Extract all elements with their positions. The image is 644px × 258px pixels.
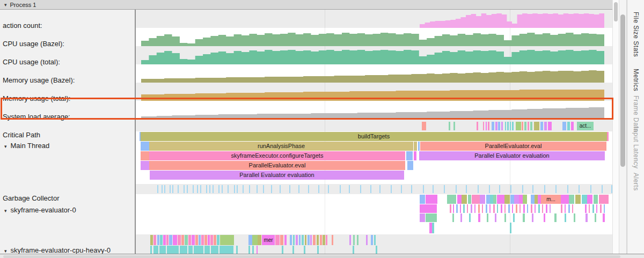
flame-bar-parallelevaluator-eval[interactable]: ParallelEvaluator.eval — [420, 142, 606, 151]
trace-slice[interactable] — [204, 246, 210, 254]
trace-slice[interactable] — [531, 204, 532, 213]
trace-slice[interactable] — [353, 235, 355, 245]
trace-slice[interactable] — [292, 246, 294, 254]
trace-slice[interactable] — [522, 122, 523, 130]
trace-slice[interactable] — [499, 185, 500, 193]
trace-slice[interactable] — [600, 204, 602, 213]
trace-slice[interactable] — [420, 195, 425, 204]
trace-slice[interactable] — [486, 204, 487, 213]
trace-slice[interactable] — [349, 185, 350, 193]
trace-slice[interactable] — [486, 122, 487, 130]
tab-alerts[interactable]: Alerts — [632, 173, 640, 191]
trace-slice[interactable] — [512, 204, 513, 213]
trace-slice[interactable] — [589, 204, 590, 213]
trace-slice[interactable] — [516, 122, 521, 130]
trace-slice[interactable] — [426, 195, 437, 204]
trace-slice[interactable] — [489, 204, 491, 213]
trace-slice[interactable] — [528, 122, 529, 130]
trace-slice[interactable] — [170, 185, 171, 193]
trace-slice[interactable] — [188, 246, 193, 254]
trace-slice[interactable] — [523, 213, 525, 222]
area-chart-system-load-average[interactable] — [136, 101, 612, 119]
trace-slice[interactable] — [366, 235, 368, 245]
page-scrollbar-thumb[interactable] — [620, 14, 625, 167]
trace-slice[interactable] — [452, 213, 454, 222]
trace-slice[interactable] — [166, 235, 169, 245]
flame-bar-act[interactable]: act... — [577, 122, 594, 130]
trace-slice[interactable] — [467, 204, 468, 213]
trace-slice[interactable] — [210, 235, 213, 245]
process-header[interactable]: ▾ Process 1 — [0, 0, 612, 10]
trace-slice[interactable] — [197, 185, 198, 193]
trace-slice[interactable] — [206, 185, 207, 193]
trace-slice[interactable] — [482, 204, 483, 213]
trace-slice[interactable] — [187, 185, 188, 193]
trace-slice[interactable] — [510, 195, 514, 204]
trace-slice[interactable] — [471, 204, 472, 213]
flame-bar-m[interactable]: m... — [541, 195, 561, 204]
trace-slice[interactable] — [478, 213, 480, 222]
trace-slice[interactable] — [546, 204, 547, 213]
trace-slice[interactable] — [172, 185, 173, 193]
trace-slice[interactable] — [218, 185, 219, 193]
trace-slice[interactable] — [284, 235, 287, 245]
trace-slice[interactable] — [426, 213, 437, 222]
trace-slice[interactable] — [510, 185, 511, 193]
trace-slice[interactable] — [604, 204, 605, 213]
trace-slice[interactable] — [524, 122, 526, 130]
trace-slice[interactable] — [603, 213, 605, 222]
trace-slice[interactable] — [488, 122, 489, 130]
area-chart-memory-usage-total[interactable] — [136, 83, 612, 101]
trace-slice[interactable] — [507, 122, 509, 130]
trace-slice[interactable] — [401, 185, 402, 193]
trace-slice[interactable] — [153, 246, 158, 254]
trace-slice[interactable] — [510, 122, 511, 130]
trace-slice[interactable] — [208, 235, 210, 245]
trace-slice[interactable] — [575, 195, 581, 204]
trace-slice[interactable] — [257, 246, 258, 254]
trace-slice[interactable] — [209, 185, 210, 193]
trace-slice[interactable] — [353, 246, 354, 254]
area-chart-memory-usage-bazel[interactable] — [136, 64, 612, 83]
trace-slice[interactable] — [498, 122, 500, 130]
trace-slice[interactable] — [237, 185, 238, 193]
trace-slice[interactable] — [542, 204, 543, 213]
page-vertical-scrollbar[interactable] — [619, 0, 627, 254]
area-chart-cpu-usage-total[interactable] — [136, 46, 612, 64]
trace-slice[interactable] — [554, 213, 557, 222]
trace-slice[interactable] — [462, 195, 467, 204]
trace-slice[interactable] — [586, 213, 588, 222]
trace-slice[interactable] — [280, 235, 283, 245]
trace-slice[interactable] — [157, 185, 158, 193]
trace-slice[interactable] — [422, 122, 426, 130]
trace-slice[interactable] — [289, 185, 290, 193]
trace-slice[interactable] — [569, 195, 574, 204]
trace-slice[interactable] — [487, 213, 488, 222]
trace-slice[interactable] — [318, 185, 319, 193]
trace-slice[interactable] — [201, 235, 204, 245]
trace-slice[interactable] — [599, 195, 609, 204]
trace-slice[interactable] — [571, 122, 574, 130]
tab-input-latency[interactable]: Input Latency — [632, 127, 640, 169]
trace-slice[interactable] — [188, 235, 191, 245]
trace-slice[interactable] — [420, 213, 425, 222]
trace-slice[interactable] — [565, 213, 566, 222]
trace-slice[interactable] — [308, 185, 309, 193]
trace-slice[interactable] — [516, 204, 517, 213]
trace-slice[interactable] — [480, 195, 485, 204]
trace-slice[interactable] — [163, 235, 166, 245]
trace-slice[interactable] — [299, 235, 301, 245]
tab-metrics[interactable]: Metrics — [632, 69, 640, 91]
flame-bar-runanalysisphase[interactable]: runAnalysisPhase — [149, 142, 413, 151]
trace-slice[interactable] — [193, 185, 194, 193]
trace-slice[interactable] — [567, 122, 570, 130]
trace-slice[interactable] — [236, 246, 238, 254]
trace-slice[interactable] — [501, 204, 502, 213]
area-chart-action-count[interactable] — [136, 10, 612, 28]
trace-slice[interactable] — [531, 195, 535, 204]
trace-slice[interactable] — [478, 185, 479, 193]
trace-slice[interactable] — [275, 235, 280, 245]
horizontal-scrollbar[interactable] — [0, 254, 644, 258]
flame-bar-buildtargets[interactable]: buildTargets — [141, 132, 607, 141]
trace-slice[interactable] — [453, 204, 454, 213]
